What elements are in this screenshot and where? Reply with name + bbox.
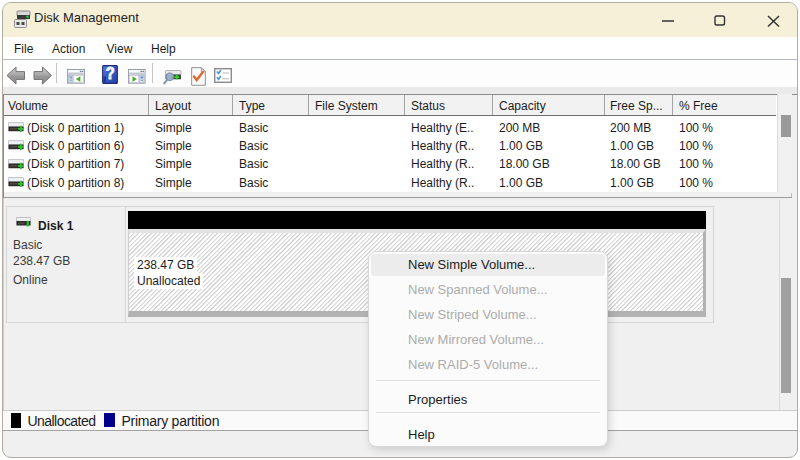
svg-text:?: ?	[106, 65, 115, 83]
